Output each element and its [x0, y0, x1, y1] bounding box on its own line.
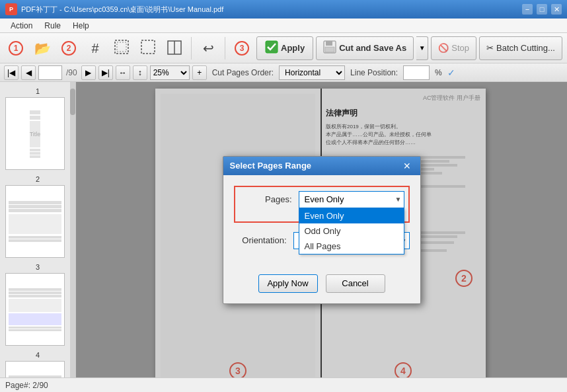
minimize-button[interactable]: −: [522, 4, 533, 15]
thumb-item-2[interactable]: 2: [5, 175, 70, 258]
fit-height-button[interactable]: ↕: [133, 65, 147, 80]
apply-now-button[interactable]: Apply Now: [258, 274, 318, 293]
thumb-image-3: [5, 273, 65, 346]
cancel-button[interactable]: Cancel: [326, 274, 385, 293]
next-page-button[interactable]: ▶: [81, 65, 96, 80]
close-button[interactable]: ✕: [551, 4, 562, 15]
folder-icon: 📂: [34, 42, 51, 55]
dialog-buttons: Apply Now Cancel: [223, 269, 420, 303]
status-text: Page#: 2/90: [5, 381, 48, 390]
main-toolbar: 1 📂 2 #: [0, 33, 567, 63]
thumb-image-1: Title: [5, 97, 65, 170]
tb-btn-3[interactable]: 3: [230, 36, 254, 61]
pages-option-even[interactable]: Even Only: [299, 208, 404, 223]
pages-field: Pages: Even Only ▼ Even Only Odd Only: [239, 191, 404, 208]
line-position-label: Line Position:: [348, 68, 400, 77]
pages-label: Pages:: [239, 194, 292, 204]
grid-icon: #: [91, 42, 98, 55]
pages-field-wrapper: Pages: Even Only ▼ Even Only Odd Only: [234, 186, 410, 223]
thumb-image-4: [5, 361, 65, 377]
modal-overlay: Select Pages Range ✕ Pages: Even Only ▼: [76, 82, 567, 377]
pages-option-odd[interactable]: Odd Only: [299, 223, 404, 239]
cut-order-select[interactable]: Horizontal Vertical: [279, 65, 345, 80]
fit-width-button[interactable]: ↔: [116, 65, 130, 80]
apply-button[interactable]: Apply: [256, 36, 313, 60]
maximize-button[interactable]: □: [537, 4, 547, 15]
sidebar-scrollthumb[interactable]: [70, 89, 75, 115]
undo-icon: ↩: [203, 42, 214, 55]
dialog-titlebar: Select Pages Range ✕: [223, 157, 420, 175]
grid-button[interactable]: #: [83, 36, 107, 61]
stop-button[interactable]: 🚫 Stop: [431, 36, 476, 60]
thumb-label-3: 3: [5, 263, 70, 271]
pages-selected-value: Even Only: [305, 194, 344, 204]
batch-cutting-button[interactable]: ✂ Batch Cutting...: [479, 36, 562, 60]
zoom-select[interactable]: 25% 50% 75% 100%: [150, 65, 190, 80]
menu-rule[interactable]: Rule: [39, 20, 66, 32]
main-area: 1 Title 2: [0, 82, 567, 377]
first-page-button[interactable]: |◀: [4, 65, 19, 80]
tb-btn-2[interactable]: 2: [57, 36, 81, 61]
page-total: /90: [65, 68, 79, 77]
undo-button[interactable]: ↩: [196, 36, 220, 61]
cut-half-icon: [167, 40, 182, 56]
cut-save-label: Cut and Save As: [339, 43, 406, 53]
cut-save-dropdown-button[interactable]: ▼: [416, 36, 428, 60]
thumb-image-2: [5, 185, 65, 258]
menu-bar: Action Rule Help: [0, 19, 567, 33]
thumb-item-3[interactable]: 3: [5, 263, 70, 346]
menu-action[interactable]: Action: [5, 20, 38, 32]
pages-option-all[interactable]: All Pages: [299, 239, 404, 254]
toolbar-separator-1: [191, 37, 192, 59]
pages-dropdown-list: Even Only Odd Only All Pages: [299, 208, 404, 255]
dialog-close-button[interactable]: ✕: [400, 161, 414, 171]
cut-order-label: Cut Pages Order:: [209, 68, 276, 77]
dialog-body: Pages: Even Only ▼ Even Only Odd Only: [223, 175, 420, 269]
cut-save-button[interactable]: Cut and Save As: [316, 36, 414, 60]
batch-label: Batch Cutting...: [496, 43, 555, 53]
secondary-toolbar: |◀ ◀ 2 /90 ▶ ▶| ↔ ↕ 25% 50% 75% 100% + C…: [0, 63, 567, 82]
thumb-label-2: 2: [5, 175, 70, 183]
app-logo: P: [5, 3, 17, 15]
window-controls: − □ ✕: [522, 4, 562, 15]
apply-icon: [265, 40, 278, 56]
last-page-button[interactable]: ▶|: [98, 65, 113, 80]
menu-help[interactable]: Help: [67, 20, 94, 32]
pages-dropdown-arrow: ▼: [395, 196, 402, 203]
prev-page-button[interactable]: ◀: [21, 65, 36, 80]
open-file-button[interactable]: 📂: [30, 36, 54, 61]
dialog-title: Select Pages Range: [230, 161, 312, 171]
sidebar-thumbnails: 1 Title 2: [0, 82, 76, 377]
tb-btn-1[interactable]: 1: [4, 36, 28, 61]
cut-full-button[interactable]: [136, 36, 160, 61]
page-number-input[interactable]: 2: [38, 65, 62, 80]
stop-label: Stop: [451, 43, 469, 53]
cut-half-button[interactable]: [163, 36, 186, 61]
save-icon: [323, 40, 336, 56]
orientation-label: Orientation:: [234, 235, 287, 245]
thumb-item-1[interactable]: 1 Title: [5, 87, 70, 170]
thumb-label-1: 1: [5, 87, 70, 95]
toolbar-separator-2: [225, 37, 225, 59]
title-bar: P PDF补丁丁 - C:\Users\pc0359.cn\桌面\说明书\Use…: [0, 0, 567, 19]
cut-select-button[interactable]: [110, 36, 133, 61]
thumb-item-4[interactable]: 4: [5, 351, 70, 377]
pages-select-display[interactable]: Even Only ▼: [299, 191, 404, 208]
svg-rect-8: [325, 47, 334, 52]
cut-select-icon: [114, 40, 129, 56]
stop-icon: 🚫: [438, 43, 449, 53]
status-bar: Page#: 2/90: [0, 377, 567, 392]
line-position-input[interactable]: [403, 65, 430, 80]
content-area: 河东软件网www.pc0359.cn AC管理软件 用户手册 法律声明 版权所有…: [76, 82, 567, 377]
svg-rect-2: [141, 40, 155, 54]
confirm-line-button[interactable]: ✓: [447, 67, 455, 78]
scissors-icon: ✂: [486, 43, 494, 53]
percent-label: %: [432, 68, 445, 77]
window-title: PDF补丁丁 - C:\Users\pc0359.cn\桌面\说明书\User …: [21, 5, 223, 15]
sidebar-scrollbar[interactable]: [70, 82, 75, 377]
svg-rect-7: [326, 41, 332, 46]
zoom-in-button[interactable]: +: [192, 65, 207, 80]
apply-label: Apply: [281, 43, 305, 53]
select-pages-dialog: Select Pages Range ✕ Pages: Even Only ▼: [223, 156, 421, 304]
svg-rect-1: [117, 42, 126, 52]
